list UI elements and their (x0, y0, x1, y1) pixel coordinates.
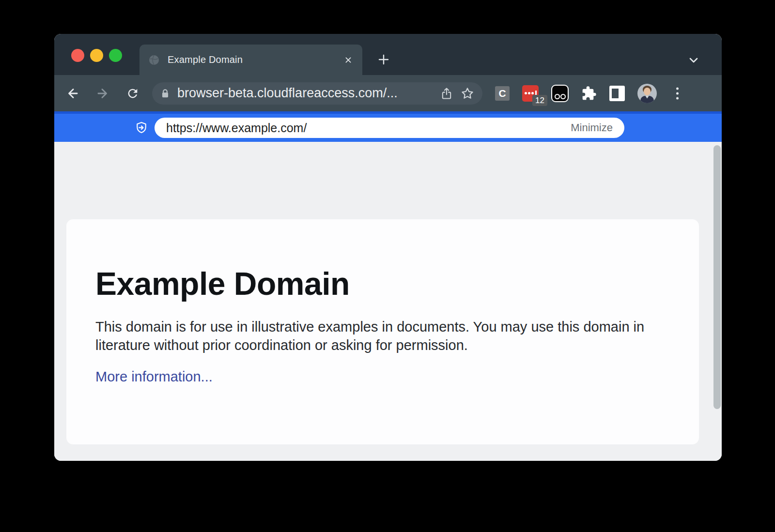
extensions-puzzle-icon[interactable] (581, 86, 597, 101)
omnibox-url-text[interactable]: browser-beta.cloudflareaccess.com/... (177, 86, 433, 101)
content-card: Example Domain This domain is for use in… (66, 219, 699, 444)
extensions-area: C 12 (495, 84, 684, 103)
page-heading: Example Domain (95, 265, 670, 302)
browser-isolation-bar: https://www.example.com/ Minimize (54, 111, 722, 142)
kebab-menu-icon[interactable] (670, 84, 684, 103)
bookmark-star-icon[interactable] (460, 86, 475, 101)
tab-search-chevron-icon[interactable] (687, 53, 700, 67)
remote-url-text[interactable]: https://www.example.com/ (166, 121, 571, 135)
omnibox-url-bar[interactable]: browser-beta.cloudflareaccess.com/... (152, 82, 482, 105)
extension-badge: 12 (532, 95, 547, 106)
tab-close-icon[interactable] (343, 55, 354, 65)
navigation-toolbar: browser-beta.cloudflareaccess.com/... C … (54, 75, 722, 111)
side-panel-icon[interactable] (609, 86, 625, 101)
new-tab-button[interactable] (377, 53, 390, 66)
shield-arrow-icon (135, 121, 148, 135)
minimize-button[interactable]: Minimize (571, 122, 613, 134)
close-window-button[interactable] (71, 49, 84, 62)
extension-lastpass-icon[interactable]: 12 (522, 85, 539, 102)
remote-url-bar[interactable]: https://www.example.com/ Minimize (155, 118, 624, 138)
zoom-window-button[interactable] (109, 49, 122, 62)
tab-strip: Example Domain (54, 34, 722, 75)
profile-avatar[interactable] (637, 84, 657, 103)
forward-icon[interactable] (92, 83, 113, 104)
back-icon[interactable] (62, 83, 83, 104)
page-paragraph: This domain is for use in illustrative e… (95, 318, 655, 354)
lock-icon (160, 88, 170, 99)
page-viewport: Example Domain This domain is for use in… (54, 142, 722, 461)
extension-camera-circles-icon[interactable] (551, 85, 569, 102)
more-information-link[interactable]: More information... (95, 369, 213, 385)
tab-example-domain[interactable]: Example Domain (140, 45, 362, 75)
globe-favicon-icon (148, 54, 160, 66)
share-icon[interactable] (440, 87, 453, 100)
tab-title: Example Domain (168, 54, 343, 65)
browser-window: Example Domain (54, 34, 722, 461)
minimize-window-button[interactable] (90, 49, 103, 62)
traffic-lights (71, 49, 122, 62)
reload-icon[interactable] (122, 83, 143, 104)
extension-c-icon[interactable]: C (495, 86, 510, 101)
scrollbar-thumb[interactable] (713, 145, 721, 409)
